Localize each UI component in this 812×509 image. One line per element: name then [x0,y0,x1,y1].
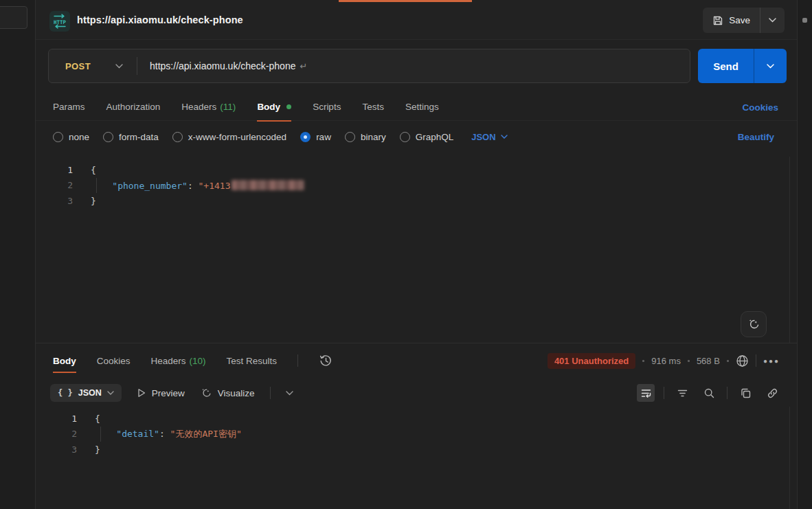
request-code-line-1: 1 { [36,162,797,178]
radio-none[interactable]: none [53,132,89,142]
method-label: POST [65,61,91,71]
url-bar-row: POST https://api.xiaomu.uk/check-phone ↵… [36,48,797,84]
url-input-value[interactable]: https://api.xiaomu.uk/check-phone [150,60,295,71]
link-button[interactable] [763,384,781,402]
sidebar-partial-tab[interactable] [0,6,27,29]
radio-urlencoded[interactable]: x-www-form-urlencoded [172,132,286,142]
postbot-ai-button[interactable] [741,311,767,337]
response-meta: 401 Unauthorized 916 ms 568 B ●●● [548,346,780,375]
request-title: https://api.xiaomu.uk/check-phone [77,0,243,40]
request-code-line-3: 3 } [36,193,797,209]
right-rail-icon[interactable] [802,18,807,23]
response-tabbar-divider [297,354,298,367]
tab-headers[interactable]: Headers(11) [181,93,236,121]
response-history-button[interactable] [319,354,332,367]
preview-button[interactable]: Preview [137,388,185,398]
url-divider [137,57,137,75]
save-label: Save [729,15,750,25]
status-badge[interactable]: 401 Unauthorized [548,353,635,369]
url-input-box[interactable]: POST https://api.xiaomu.uk/check-phone ↵ [48,49,690,83]
response-tab-body[interactable]: Body [53,346,76,375]
tab-tests[interactable]: Tests [362,93,384,121]
radio-urlencoded-circle [172,132,183,142]
toolbar-divider [270,387,271,399]
language-dropdown[interactable]: JSON [471,132,507,142]
filter-icon [677,387,688,399]
beautify-link[interactable]: Beautify [738,125,774,148]
indent-guide [96,178,97,194]
response-more-options-button[interactable]: ●●● [763,357,780,365]
save-options-dropdown[interactable] [760,8,785,33]
copy-button[interactable] [736,384,754,402]
response-body-viewer[interactable]: 1 { 2 "detail": "无效的API密钥" 3 } [36,407,797,509]
json-value: "无效的API密钥" [170,429,242,439]
request-header: HTTP https://api.xiaomu.uk/check-phone S… [36,0,797,40]
radio-raw[interactable]: raw [300,132,331,142]
save-button[interactable]: Save [703,8,760,33]
svg-text:HTTP: HTTP [54,19,67,25]
left-sidebar-rail [0,0,36,509]
editor-scroll-gutter [789,407,790,509]
toolbar-caret-icon[interactable] [286,391,293,396]
braces-icon: { } [58,388,73,398]
send-button-group: Send [698,49,787,83]
method-caret-icon [115,64,123,69]
tab-params[interactable]: Params [53,93,85,121]
body-type-selector-row: none form-data x-www-form-urlencoded raw… [36,125,797,148]
save-icon [712,15,723,26]
send-options-dropdown[interactable] [754,49,787,83]
response-tab-cookies[interactable]: Cookies [97,346,131,375]
response-code-line-3: 3 } [36,442,797,457]
meta-separator-dot [727,360,729,362]
tab-authorization[interactable]: Authorization [106,93,161,121]
response-code-line-1: 1 { [36,411,797,427]
network-globe-button[interactable] [736,354,749,367]
search-button[interactable] [700,384,718,402]
cookies-link[interactable]: Cookies [742,93,778,121]
response-tab-bar: Body Cookies Headers(10) Test Results 40… [36,346,797,375]
radio-binary[interactable]: binary [345,132,386,142]
radio-graphql-circle [400,132,410,142]
radio-form-data[interactable]: form-data [103,132,159,142]
method-selector[interactable]: POST [49,61,137,71]
tab-settings[interactable]: Settings [405,93,439,121]
json-key: "phone_number" [112,181,188,191]
radio-form-data-circle [103,132,113,142]
request-tab-bar: Params Authorization Headers(11) Body Sc… [36,93,797,121]
save-button-group: Save [703,8,785,33]
filter-button[interactable] [673,384,691,402]
request-body-editor[interactable]: 1 { 2 "phone_number": "+1413 3 } [36,157,797,343]
link-icon [767,387,778,399]
response-tab-headers[interactable]: Headers(10) [151,346,206,375]
language-caret-icon [501,135,508,139]
response-code-line-2: 2 "detail": "无效的API密钥" [36,427,797,442]
response-headers-count-badge: (10) [190,356,206,366]
tab-body[interactable]: Body [257,93,291,121]
meta-separator-dot [688,360,690,362]
globe-icon [736,354,749,367]
radio-raw-circle [300,132,311,142]
url-return-hint: ↵ [300,61,307,71]
search-icon [703,387,715,399]
visualize-button[interactable]: Visualize [200,387,255,399]
body-modified-dot [286,104,291,109]
word-wrap-button[interactable] [637,384,655,402]
json-value-prefix: "+1413 [199,181,231,191]
response-size[interactable]: 568 B [697,356,720,366]
format-caret-icon [107,391,114,395]
visualize-sparkle-icon [200,387,212,399]
response-toolbar: { } JSON Preview Visualize [36,380,797,406]
response-time[interactable]: 916 ms [651,356,681,366]
right-sidebar-rail [797,0,812,509]
tab-scripts[interactable]: Scripts [313,93,341,121]
icons-divider [727,387,728,399]
response-format-dropdown[interactable]: { } JSON [50,384,122,402]
play-icon [137,388,146,398]
radio-graphql[interactable]: GraphQL [400,132,454,142]
send-button[interactable]: Send [698,49,754,83]
meta-divider [756,354,756,367]
history-clock-icon [319,354,332,367]
indent-guide [100,427,101,442]
response-tab-test-results[interactable]: Test Results [227,346,278,375]
meta-separator-dot [642,360,644,362]
